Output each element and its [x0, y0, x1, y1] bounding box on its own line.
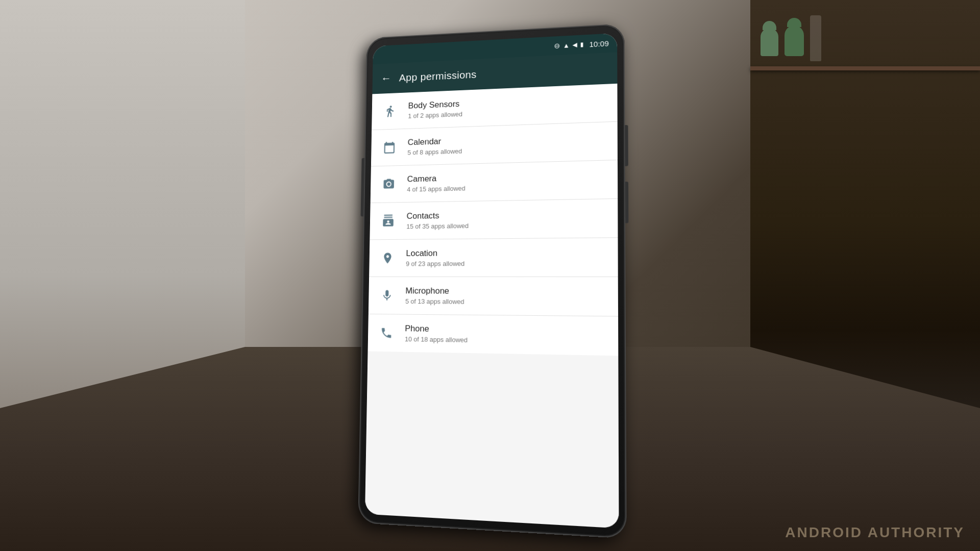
- location-icon: [379, 249, 397, 267]
- microphone-count: 5 of 13 apps allowed: [405, 297, 607, 306]
- calendar-icon: [381, 139, 398, 157]
- android-figure-2: [785, 26, 804, 56]
- permission-item-phone[interactable]: Phone 10 of 18 apps allowed: [368, 314, 619, 356]
- permission-item-location[interactable]: Location 9 of 23 apps allowed: [369, 238, 618, 277]
- permission-item-camera[interactable]: Camera 4 of 15 apps allowed: [371, 160, 618, 203]
- location-text: Location 9 of 23 apps allowed: [406, 247, 607, 268]
- status-time: 10:09: [589, 39, 608, 48]
- shelf-board: [750, 66, 980, 70]
- dnd-icon: ⊖: [554, 42, 560, 50]
- bottle: [810, 15, 821, 61]
- power-button: [625, 125, 628, 166]
- wifi-icon: ▲: [563, 41, 570, 49]
- phone-name: Phone: [405, 323, 607, 336]
- permission-item-calendar[interactable]: Calendar 5 of 8 apps allowed: [371, 122, 618, 167]
- phone-screen: ⊖ ▲ ◀ ▮ 10:09 ← App permissions: [365, 33, 619, 529]
- phone-body: ⊖ ▲ ◀ ▮ 10:09 ← App permissions: [358, 23, 626, 539]
- signal-icon: ◀: [573, 41, 577, 48]
- page-title: App permissions: [399, 68, 477, 84]
- permission-list: Body Sensors 1 of 2 apps allowed Calend: [365, 84, 619, 529]
- battery-icon: ▮: [580, 41, 584, 48]
- contacts-name: Contacts: [406, 208, 607, 221]
- camera-text: Camera 4 of 15 apps allowed: [407, 170, 607, 193]
- location-name: Location: [406, 247, 607, 259]
- body-sensors-text: Body Sensors 1 of 2 apps allowed: [408, 93, 607, 120]
- microphone-text: Microphone 5 of 13 apps allowed: [405, 286, 607, 307]
- body-sensors-icon: [381, 102, 399, 120]
- contacts-icon: [379, 212, 397, 230]
- svg-point-0: [387, 183, 390, 186]
- watermark: ANDROID AUTHORITY: [785, 524, 965, 541]
- volume-button: [625, 182, 629, 223]
- phone-device: ⊖ ▲ ◀ ▮ 10:09 ← App permissions: [358, 23, 626, 539]
- contacts-text: Contacts 15 of 35 apps allowed: [406, 208, 607, 230]
- camera-icon: [380, 175, 398, 193]
- phone-text: Phone 10 of 18 apps allowed: [405, 323, 607, 346]
- volume-left-button: [361, 158, 365, 217]
- phone-call-icon: [378, 324, 396, 342]
- status-icons: ⊖ ▲ ◀ ▮ 10:09: [554, 39, 609, 50]
- microphone-name: Microphone: [405, 286, 607, 297]
- calendar-text: Calendar 5 of 8 apps allowed: [407, 131, 607, 156]
- phone-count: 10 of 18 apps allowed: [405, 335, 607, 346]
- back-button[interactable]: ←: [381, 72, 391, 85]
- permission-item-contacts[interactable]: Contacts 15 of 35 apps allowed: [370, 199, 618, 240]
- location-count: 9 of 23 apps allowed: [406, 259, 607, 267]
- contacts-count: 15 of 35 apps allowed: [406, 220, 607, 230]
- android-figure-1: [761, 28, 778, 56]
- microphone-icon: [378, 286, 396, 304]
- permission-item-microphone[interactable]: Microphone 5 of 13 apps allowed: [369, 277, 618, 317]
- screen-content: ⊖ ▲ ◀ ▮ 10:09 ← App permissions: [365, 33, 619, 529]
